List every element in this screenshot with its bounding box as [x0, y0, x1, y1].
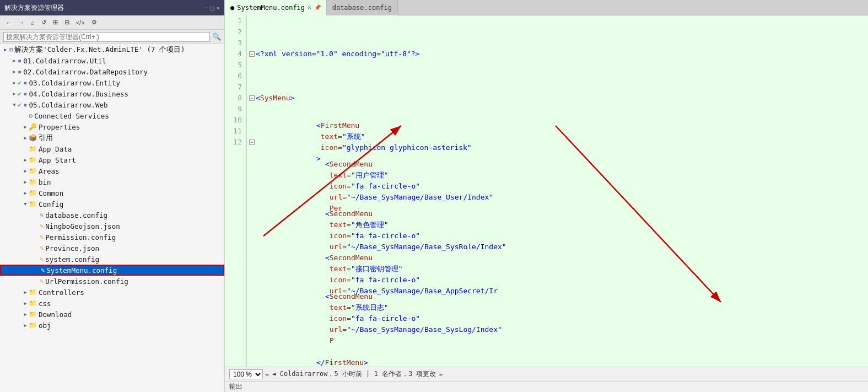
home-button[interactable]: ⌂ [29, 18, 37, 27]
label-config: Config [39, 200, 63, 208]
tab-systemmenu[interactable]: ● SystemMenu.config ✕ 📌 [225, 0, 327, 15]
copy-button[interactable]: ⊞ [51, 18, 60, 27]
sidebar-header-icons: ─ □ ✕ [204, 4, 220, 12]
sidebar-tree: ⊞ 解决方案'Colder.Fx.Net.AdminLTE' (7 个项目) ▪… [0, 44, 224, 392]
editor-content[interactable]: 1 2 3 4 5 6 7 8 9 10 11 12 − <?xml versi… [225, 15, 868, 367]
tree-item-permission-config[interactable]: ✎ Permission.config [0, 232, 224, 243]
tree-item-03[interactable]: ✔ ▪ 03.Coldairarrow.Entity [0, 77, 224, 88]
tab-label-database: database.config [332, 4, 392, 12]
tree-item-properties[interactable]: 🔑 Properties [0, 121, 224, 132]
arrow-common [22, 190, 29, 196]
code-lines[interactable]: − <?xml version="1.0" encoding="utf-8"?>… [247, 15, 868, 367]
linenum-1: 1 [229, 15, 242, 26]
arrow-03 [11, 80, 18, 85]
linenum-5: 5 [229, 60, 242, 71]
tab-dirty-indicator: ● [230, 4, 234, 12]
file-icon-ningbo: ✎ [40, 222, 44, 230]
tree-item-download[interactable]: 📁 Download [0, 309, 224, 320]
folder-icon-common: 📁 [29, 189, 37, 197]
folder-icon-appdata: 📁 [29, 145, 37, 153]
sidebar: 解决方案资源管理器 ─ □ ✕ ← → ⌂ ↺ ⊞ ⊟ </> ⚙ 🔍 ⊞ 解决… [0, 0, 225, 392]
search-input[interactable] [3, 32, 210, 42]
check-icon-03: ✔ [18, 79, 21, 87]
code-line-4: <SecondMenu text="用户管理" icon="fa fa-circ… [249, 181, 866, 192]
tab-close-systemmenu[interactable]: ✕ [308, 4, 311, 11]
solution-arrow [2, 47, 9, 52]
refresh-button[interactable]: ↺ [39, 18, 48, 27]
settings-button[interactable]: ⚙ [89, 18, 99, 27]
float-icon[interactable]: □ [211, 4, 214, 12]
label-systemmenu-config: SystemMenu.config [46, 266, 117, 275]
tree-item-connected[interactable]: ⚙ Connected Services [0, 110, 224, 121]
label-obj: obj [39, 321, 51, 330]
tree-item-urlpermission[interactable]: ✎ UrlPermission.config [0, 276, 224, 287]
zoom-select[interactable]: 100 % [229, 369, 263, 379]
close-icon[interactable]: ✕ [216, 4, 220, 12]
collapse-3[interactable]: − [249, 139, 255, 145]
file-icon-urlpermission: ✎ [40, 277, 44, 285]
ref-icon: 📦 [29, 134, 37, 142]
tab-database[interactable]: database.config [327, 0, 398, 15]
tree-item-appstart[interactable]: 📁 App_Start [0, 154, 224, 165]
tree-item-05[interactable]: ✔ ▪ 05.Coldairarrow.Web [0, 99, 224, 110]
file-icon-database-config: ✎ [40, 211, 44, 219]
tree-item-systemmenu-config[interactable]: ✎ SystemMenu.config [0, 265, 224, 276]
tree-item-ningbo[interactable]: ✎ NingboGeojson.json [0, 221, 224, 232]
search-icon[interactable]: 🔍 [212, 33, 221, 41]
linenum-4: 4 [229, 49, 242, 60]
tab-pin-icon[interactable]: 📌 [314, 4, 321, 10]
tree-item-appdata[interactable]: 📁 App_Data [0, 143, 224, 154]
arrow-05 [11, 102, 18, 108]
properties-icon: 🔑 [29, 123, 37, 131]
arrow-04 [11, 91, 18, 96]
back-button[interactable]: ← [3, 18, 14, 27]
tree-item-bin[interactable]: 📁 bin [0, 176, 224, 187]
tree-item-controllers[interactable]: 📁 Controllers [0, 287, 224, 298]
label-province: Province.json [45, 244, 99, 253]
collapse-2[interactable]: − [249, 95, 255, 101]
status-git-info: ◄ Coldairarrow，5 小时前 | 1 名作者，3 项更改 [272, 369, 436, 379]
forward-button[interactable]: → [16, 18, 26, 27]
collapse-1[interactable]: − [249, 51, 255, 57]
folder-icon-obj: 📁 [29, 321, 37, 329]
file-icon-permission-config: ✎ [40, 233, 44, 241]
label-connected: Connected Services [34, 112, 109, 120]
file-icon-02: ▪ [18, 68, 21, 76]
tree-item-system-config[interactable]: ✎ system.config [0, 254, 224, 265]
solution-icon: ⊞ [9, 46, 13, 53]
linenum-6: 6 [229, 71, 242, 82]
code-button[interactable]: </> [74, 18, 87, 27]
view-toggle-button[interactable]: ⊟ [62, 18, 72, 27]
code-line-6: <SecondMenu text="接口密钥管理" icon="fa fa-ci… [249, 269, 866, 280]
code-line-2: − <SysMenu> [249, 93, 866, 104]
label-appstart: App_Start [39, 156, 76, 164]
folder-icon-bin: 📁 [29, 178, 37, 186]
label-ref: 引用 [39, 133, 53, 143]
tree-item-province[interactable]: ✎ Province.json [0, 243, 224, 254]
linenum-9: 9 [229, 104, 242, 115]
label-download: Download [39, 310, 72, 319]
output-label: 输出 [229, 382, 242, 391]
tree-item-04[interactable]: ✔ ▪ 04.Coldairarrow.Business [0, 88, 224, 99]
tree-item-ref[interactable]: 📦 引用 [0, 132, 224, 143]
tree-item-database-config[interactable]: ✎ database.config [0, 210, 224, 221]
label-properties: Properties [39, 123, 80, 131]
tree-item-obj[interactable]: 📁 obj [0, 320, 224, 331]
arrow-appstart [22, 157, 29, 163]
pin-icon[interactable]: ─ [204, 4, 208, 12]
sidebar-search: 🔍 [0, 30, 224, 44]
tree-item-areas[interactable]: 📁 Areas [0, 165, 224, 176]
tree-item-01[interactable]: ▪ 01.Coldairarrow.Util [0, 55, 224, 66]
solution-label: 解决方案'Colder.Fx.Net.AdminLTE' (7 个项目) [14, 45, 185, 55]
tree-item-css[interactable]: 📁 css [0, 298, 224, 309]
folder-icon-css: 📁 [29, 299, 37, 307]
tree-item-solution[interactable]: ⊞ 解决方案'Colder.Fx.Net.AdminLTE' (7 个项目) [0, 44, 224, 55]
linenum-7: 7 [229, 82, 242, 93]
code-line-7-text: <SecondMenu text="系统日志" icon="fa fa-circ… [256, 280, 502, 357]
file-icon-systemmenu-config: ✎ [41, 266, 45, 274]
arrow-bin [22, 179, 29, 185]
folder-icon-config: 📁 [29, 200, 37, 208]
tree-item-config[interactable]: 📁 Config [0, 198, 224, 210]
tree-item-02[interactable]: ▪ 02.Coldairarrow.DataRepository [0, 66, 224, 77]
tree-item-common[interactable]: 📁 Common [0, 187, 224, 198]
